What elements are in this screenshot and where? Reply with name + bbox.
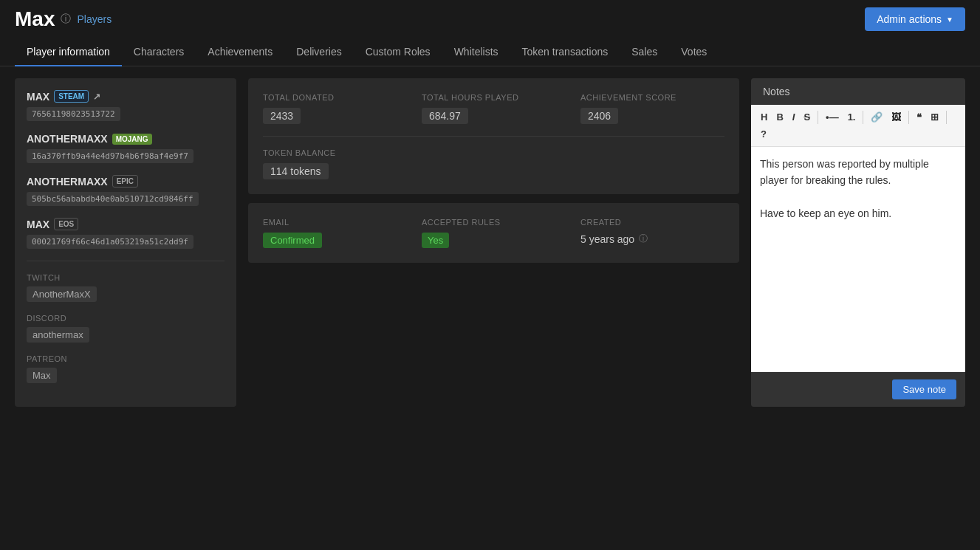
tab-token-transactions[interactable]: Token transactions	[510, 38, 620, 66]
discord-block: DISCORD anothermax	[27, 314, 225, 343]
toolbar-bold-button[interactable]: B	[772, 109, 787, 125]
tab-characters[interactable]: Characters	[122, 38, 196, 66]
tab-sales[interactable]: Sales	[620, 38, 669, 66]
eos-username: MAX	[27, 219, 49, 230]
toolbar-table-button[interactable]: ⊞	[927, 109, 942, 125]
rules-label: ACCEPTED RULES	[422, 218, 566, 227]
created-label: CREATED	[580, 218, 724, 227]
created-info-icon[interactable]: ⓘ	[639, 233, 648, 245]
left-panel: MAX STEAM ↗ 76561198023513722 ANOTHERMAX…	[15, 78, 236, 407]
main-content: MAX STEAM ↗ 76561198023513722 ANOTHERMAX…	[0, 66, 980, 419]
eos-badge: EOS	[54, 218, 78, 230]
toolbar-ul-button[interactable]: •—	[822, 109, 843, 125]
toolbar-sep-3	[908, 111, 909, 124]
stats-card: TOTAL DONATED 2433 TOTAL HOURS PLAYED 68…	[248, 78, 739, 194]
tab-player-information[interactable]: Player information	[15, 38, 122, 66]
tab-custom-roles[interactable]: Custom Roles	[354, 38, 442, 66]
toolbar-strike-button[interactable]: S	[800, 109, 814, 125]
notes-toolbar: H B I S •— 1. 🔗 🖼 ❝ ⊞ ?	[751, 105, 965, 147]
toolbar-quote-button[interactable]: ❝	[913, 109, 925, 125]
twitch-value: AnotherMaxX	[27, 286, 97, 302]
page-title: Max	[15, 7, 55, 31]
center-panel: TOTAL DONATED 2433 TOTAL HOURS PLAYED 68…	[248, 78, 739, 407]
eos-id: 00021769f66c46d1a053219a51c2dd9f	[27, 235, 193, 249]
discord-value: anothermax	[27, 327, 89, 343]
save-note-button[interactable]: Save note	[892, 379, 956, 399]
achievement-value: 2406	[580, 108, 618, 124]
stat-donated: TOTAL DONATED 2433	[263, 93, 407, 124]
token-balance-card: TOKEN BALANCE 114 tokens	[263, 136, 724, 179]
twitch-block: TWITCH AnotherMaxX	[27, 273, 225, 302]
discord-label: DISCORD	[27, 314, 225, 323]
notes-panel: Notes H B I S •— 1. 🔗 🖼 ❝ ⊞ ? This perso…	[751, 78, 965, 407]
steam-username: MAX	[27, 91, 49, 103]
notes-line-1: This person was reported by multiple pla…	[760, 156, 956, 189]
mojang-username: ANOTHERMAXX	[27, 133, 108, 145]
caret-icon: ▼	[946, 16, 953, 24]
tab-achievements[interactable]: Achievements	[196, 38, 284, 66]
mojang-id: 16a370ffb9a44e4d97b4b6f98af4e9f7	[27, 149, 193, 163]
toolbar-sep-4	[946, 111, 947, 124]
steam-badge: STEAM	[54, 90, 89, 103]
created-value: 5 years ago	[580, 233, 634, 245]
epic-id: 505bc56ababdb40e0ab510712cd9846ff	[27, 192, 199, 206]
email-confirmed-badge: Confirmed	[263, 233, 322, 248]
stat-hours: TOTAL HOURS PLAYED 684.97	[422, 93, 566, 124]
toolbar-help-button[interactable]: ?	[757, 126, 770, 142]
toolbar-sep-1	[818, 111, 818, 124]
tab-deliveries[interactable]: Deliveries	[284, 38, 353, 66]
external-link-icon[interactable]: ↗	[93, 92, 100, 102]
header: Max ⓘ Players Admin actions ▼	[0, 0, 980, 38]
rules-item: ACCEPTED RULES Yes	[422, 218, 566, 248]
breadcrumb[interactable]: Players	[77, 13, 112, 25]
epic-badge: EPIC	[112, 175, 138, 188]
tab-votes[interactable]: Votes	[669, 38, 719, 66]
identity-eos: MAX EOS 00021769f66c46d1a053219a51c2dd9f	[27, 218, 225, 249]
toolbar-h-button[interactable]: H	[757, 109, 771, 125]
identity-steam: MAX STEAM ↗ 76561198023513722	[27, 90, 225, 121]
toolbar-italic-button[interactable]: I	[789, 109, 799, 125]
header-left: Max ⓘ Players	[15, 7, 112, 31]
created-item: CREATED 5 years ago ⓘ	[580, 218, 724, 248]
notes-header: Notes	[751, 78, 965, 105]
achievement-label: ACHIEVEMENT SCORE	[580, 93, 724, 102]
tab-nav: Player information Characters Achievemen…	[0, 38, 980, 66]
admin-actions-button[interactable]: Admin actions ▼	[865, 7, 965, 31]
notes-content[interactable]: This person was reported by multiple pla…	[751, 147, 965, 372]
info-icon[interactable]: ⓘ	[61, 13, 71, 26]
toolbar-image-button[interactable]: 🖼	[888, 109, 905, 125]
divider	[27, 261, 225, 261]
patreon-value: Max	[27, 368, 57, 383]
identity-mojang: ANOTHERMAXX MOJANG 16a370ffb9a44e4d97b4b…	[27, 133, 225, 163]
hours-label: TOTAL HOURS PLAYED	[422, 93, 566, 102]
notes-footer: Save note	[751, 372, 965, 407]
twitch-label: TWITCH	[27, 273, 225, 282]
hours-value: 684.97	[422, 108, 468, 124]
toolbar-sep-2	[863, 111, 863, 124]
email-item: EMAIL Confirmed	[263, 218, 407, 248]
toolbar-link-button[interactable]: 🔗	[867, 109, 886, 125]
stat-achievements: ACHIEVEMENT SCORE 2406	[580, 93, 724, 124]
epic-username: ANOTHERMAXX	[27, 176, 108, 188]
info-card: EMAIL Confirmed ACCEPTED RULES Yes CREAT…	[248, 203, 739, 263]
info-grid: EMAIL Confirmed ACCEPTED RULES Yes CREAT…	[263, 218, 724, 248]
patreon-label: PATREON	[27, 354, 225, 363]
email-label: EMAIL	[263, 218, 407, 227]
donated-label: TOTAL DONATED	[263, 93, 407, 102]
notes-line-2: Have to keep an eye on him.	[760, 205, 956, 221]
identity-epic: ANOTHERMAXX EPIC 505bc56ababdb40e0ab5107…	[27, 175, 225, 206]
donated-value: 2433	[263, 108, 301, 124]
patreon-block: PATREON Max	[27, 354, 225, 383]
token-label: TOKEN BALANCE	[263, 148, 724, 157]
stats-grid: TOTAL DONATED 2433 TOTAL HOURS PLAYED 68…	[263, 93, 724, 124]
steam-id: 76561198023513722	[27, 107, 120, 121]
token-value: 114 tokens	[263, 163, 329, 179]
rules-yes-badge: Yes	[422, 233, 449, 248]
toolbar-ol-button[interactable]: 1.	[844, 109, 860, 125]
mojang-badge: MOJANG	[112, 134, 152, 145]
tab-whitelists[interactable]: Whitelists	[442, 38, 510, 66]
